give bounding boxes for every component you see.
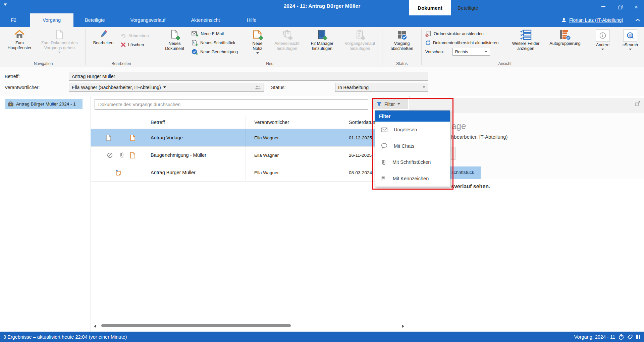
filter-menu-item-mit-kennzeichen[interactable]: Mit Kennzeichen	[375, 170, 450, 187]
betreff-input[interactable]	[69, 72, 428, 81]
dokumentenuebersicht-aktualisieren-button[interactable]: Dokumentenübersicht aktualisieren	[424, 39, 507, 47]
approval-check-icon	[192, 49, 198, 55]
button-label: Neue Notiz	[247, 41, 268, 51]
dropdown-arrow-icon	[601, 49, 604, 50]
new-note-icon	[252, 29, 263, 40]
button-label: Zum Hauptfenster	[5, 41, 34, 51]
csearch-icon: @	[623, 29, 637, 42]
column-header-betreff[interactable]: Betreff	[151, 116, 165, 129]
tag-icon[interactable]	[627, 334, 633, 340]
minimize-icon	[601, 6, 605, 7]
vorschau-select[interactable]: Rechts	[452, 48, 490, 56]
column-divider	[245, 116, 246, 181]
button-label: Neues Schriftstück	[200, 41, 235, 45]
clipboard-icon	[355, 29, 365, 40]
weitere-felder-button[interactable]: Weitere Felder anzeigen	[507, 29, 544, 52]
case-icon	[7, 101, 14, 107]
status-bar: 3 Ergebnisse – aktualisiert heute 22:04 …	[0, 332, 644, 342]
vorschau-label: Vorschau:	[425, 50, 444, 54]
preview-tab-dokument[interactable]: Dokument	[409, 0, 451, 15]
preview-tab-beteiligte[interactable]: Beteiligte	[452, 0, 484, 15]
tree-item-vorgang[interactable]: Antrag Bürger Müller 2024 - 1	[5, 99, 83, 109]
zum-hauptfenster-button[interactable]: Zum Hauptfenster	[3, 29, 36, 51]
close-button[interactable]: ×	[631, 3, 642, 11]
loeschen-button[interactable]: Löschen	[119, 41, 150, 49]
row-verantwortlicher: Ella Wagner	[254, 129, 279, 146]
horizontal-scrollbar[interactable]	[94, 323, 404, 330]
row-betreff: Baugenehmigung - Müller	[151, 146, 206, 164]
paperclip-icon	[381, 159, 386, 165]
status-select[interactable]: In Bearbeitung	[335, 83, 428, 92]
group-label: Neu	[158, 61, 381, 66]
paperclip-icon	[116, 146, 127, 164]
status-label: Status:	[271, 85, 286, 90]
vorgang-abschliessen-button[interactable]: Vorgang abschließen	[384, 29, 419, 52]
document-row[interactable]: Antrag Bürger Müller Ella Wagner 08-03-2…	[91, 164, 409, 181]
filter-menu-header: Filter	[375, 111, 450, 122]
neues-schriftstueck-button[interactable]: A Neues Schriftstück	[190, 39, 246, 47]
button-label: F2 Manager hinzufügen	[306, 41, 338, 51]
tab-hilfe[interactable]: Hilfe	[238, 13, 265, 27]
delete-x-icon	[121, 42, 126, 47]
f2-manager-hinzufuegen-button[interactable]: F2 Manager hinzufügen	[305, 29, 340, 52]
divider	[85, 29, 86, 65]
collapse-ribbon-icon[interactable]	[635, 19, 640, 21]
document-row[interactable]: Antrag Vorlage Ella Wagner 01-12-2025	[91, 129, 409, 146]
pause-icon[interactable]	[636, 334, 641, 340]
neue-email-button[interactable]: Neue E-Mail	[190, 29, 246, 38]
filter-button[interactable]: Filter	[373, 99, 408, 109]
popout-icon[interactable]	[635, 100, 641, 106]
tab-f2[interactable]: F2	[2, 13, 25, 27]
scroll-right-icon[interactable]	[402, 325, 404, 328]
status-results-text: 3 Ergebnisse – aktualisiert heute 22:04 …	[3, 334, 127, 340]
search-input[interactable]	[95, 99, 368, 110]
tab-akteneinsicht[interactable]: Akteneinsicht	[182, 13, 228, 27]
preview-record-tab-label: schriftstück	[451, 170, 474, 175]
row-verantwortlicher: Ella Wagner	[254, 164, 279, 181]
people-icon[interactable]	[255, 85, 261, 90]
column-header-verantwortlicher[interactable]: Verantwortlicher	[254, 116, 289, 129]
autogruppierung-button[interactable]: Autogruppierung	[544, 29, 586, 47]
group-label: Ansicht	[422, 61, 587, 66]
filter-menu-item-ungelesen[interactable]: Ungelesen	[375, 122, 450, 138]
andere-button[interactable]: Andere	[590, 29, 615, 51]
group-label: Navigation	[2, 61, 85, 66]
button-label: Löschen	[128, 43, 144, 47]
preview-content-text: sverlauf sehen.	[451, 184, 490, 190]
csearch-button[interactable]: @ cSearch	[618, 29, 643, 51]
stopwatch-icon[interactable]	[618, 334, 624, 340]
tab-vorgangsverlauf[interactable]: Vorgangsverlauf	[122, 13, 174, 27]
button-label: Vorgangsverlauf hinzufügen	[341, 41, 379, 51]
tab-beteiligte[interactable]: Beteiligte	[76, 13, 114, 27]
scrollbar-thumb[interactable]	[101, 324, 291, 327]
minimize-button[interactable]	[598, 3, 609, 11]
dropdown-arrow-icon	[629, 49, 632, 50]
dropdown-arrow-icon	[58, 52, 61, 53]
verantwortlicher-input[interactable]: Ella Wagner (Sachbearbeiter, IT-Abteilun…	[69, 83, 264, 92]
pencil-icon	[98, 29, 108, 40]
neue-notiz-button[interactable]: Neue Notiz	[246, 29, 269, 55]
tab-vorgang[interactable]: Vorgang	[30, 13, 73, 27]
button-label: Neue Genehmigung	[200, 50, 238, 54]
filter-dropdown-menu: Filter Ungelesen Mit Chats Mit Schriftst…	[375, 110, 450, 187]
chat-icon	[381, 143, 387, 149]
restore-button[interactable]	[614, 3, 626, 11]
filter-menu-item-mit-chats[interactable]: Mit Chats	[375, 138, 450, 154]
filter-menu-item-mit-schriftstuecken[interactable]: Mit Schriftstücken	[375, 154, 450, 170]
column-header-sortierdatum[interactable]: Sortierdatum	[349, 116, 377, 129]
tree-item-label: Antrag Bürger Müller 2024 - 1	[16, 101, 76, 107]
user-name-link[interactable]: Florian Lutz (IT-Abteilung)	[569, 17, 623, 23]
ordnerstruktur-ausblenden-button[interactable]: Ordnerstruktur ausblenden	[424, 29, 507, 38]
neue-genehmigung-button[interactable]: Neue Genehmigung	[190, 48, 246, 56]
more-fields-icon	[520, 29, 532, 40]
bearbeiten-button[interactable]: Bearbeiten	[88, 29, 119, 46]
neues-dokument-button[interactable]: Neues Dokument	[159, 29, 190, 52]
user-icon	[561, 17, 567, 23]
menu-item-label: Mit Chats	[394, 143, 414, 149]
scroll-left-icon[interactable]	[94, 325, 96, 328]
document-row[interactable]: Baugenehmigung - Müller Ella Wagner 26-1…	[91, 146, 409, 164]
preview-document-title: age	[451, 121, 466, 131]
row-sortierdatum: 26-11-2025	[349, 146, 372, 164]
akteneinsicht-hinzufuegen-button: Akteneinsicht hinzufügen	[269, 29, 305, 52]
document-icon	[54, 29, 64, 40]
